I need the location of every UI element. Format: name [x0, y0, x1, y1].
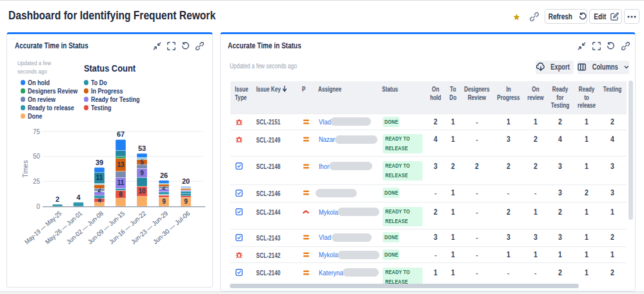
svg-text:Jun-02 — Jun-08: Jun-02 — Jun-08	[65, 210, 105, 246]
svg-text:25: 25	[33, 178, 41, 185]
svg-text:53: 53	[138, 144, 146, 152]
svg-text:4: 4	[76, 193, 81, 201]
svg-text:0: 0	[36, 203, 40, 210]
svg-text:Jun-16 — Jun-22: Jun-16 — Jun-22	[108, 210, 148, 246]
svg-text:13: 13	[117, 161, 125, 168]
svg-text:9: 9	[184, 198, 188, 205]
svg-text:75: 75	[33, 128, 41, 135]
svg-text:11: 11	[117, 179, 125, 186]
svg-text:39: 39	[96, 159, 103, 166]
svg-text:67: 67	[117, 130, 125, 138]
svg-text:Jun-09 — Jun-15: Jun-09 — Jun-15	[86, 210, 126, 246]
svg-text:Times: Times	[22, 161, 29, 178]
svg-text:50: 50	[33, 153, 41, 160]
svg-text:Jun-23 — Jun-29: Jun-23 — Jun-29	[130, 210, 170, 246]
svg-text:20: 20	[182, 177, 190, 185]
svg-text:11: 11	[96, 174, 103, 181]
svg-text:10: 10	[138, 188, 146, 195]
svg-text:8: 8	[119, 191, 123, 198]
svg-text:Jun-30 — Jul-06: Jun-30 — Jul-06	[152, 210, 192, 246]
svg-text:2: 2	[55, 195, 59, 203]
svg-text:26: 26	[160, 172, 168, 179]
svg-text:9: 9	[162, 198, 166, 205]
svg-text:May-26 — Jun-01: May-26 — Jun-01	[44, 210, 84, 246]
svg-text:9: 9	[140, 170, 144, 177]
